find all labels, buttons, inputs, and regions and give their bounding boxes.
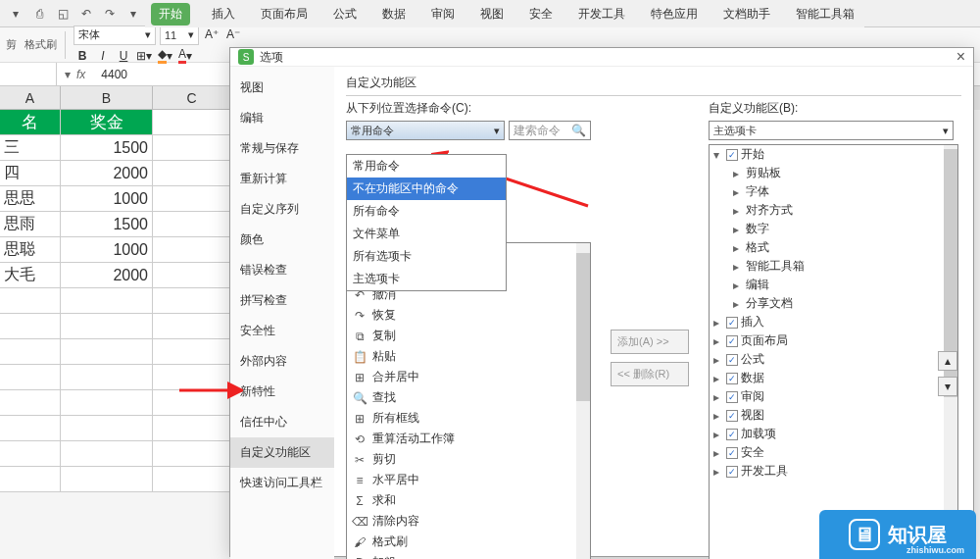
formula-value[interactable]: 4400: [93, 68, 135, 81]
tree-item[interactable]: ▸✓页面布局: [710, 331, 957, 350]
cell[interactable]: 2000: [61, 263, 153, 288]
choose-commands-combo[interactable]: 常用命令▾: [346, 121, 505, 140]
redo-icon[interactable]: ↷: [100, 4, 120, 24]
save-icon[interactable]: ▾: [6, 4, 25, 24]
tree-toggle-icon[interactable]: ▸: [733, 260, 743, 274]
col-header-c[interactable]: C: [153, 86, 231, 110]
sidebar-item[interactable]: 颜色: [230, 225, 334, 255]
sidebar-item[interactable]: 常规与保存: [230, 133, 334, 164]
tree-child-item[interactable]: ▸对齐方式: [710, 201, 957, 220]
checkbox[interactable]: ✓: [726, 447, 738, 459]
dropdown-item[interactable]: 不在功能区中的命令: [347, 178, 506, 200]
cell[interactable]: [153, 339, 231, 365]
cell[interactable]: 1500: [61, 135, 153, 161]
checkbox[interactable]: ✓: [726, 335, 738, 347]
tab-view[interactable]: 视图: [476, 2, 508, 26]
tree-child-item[interactable]: ▸格式: [710, 238, 957, 257]
tree-toggle-icon[interactable]: ▸: [713, 446, 723, 460]
cell[interactable]: [61, 390, 153, 416]
list-item[interactable]: ⊞合并居中▸: [347, 367, 590, 387]
checkbox[interactable]: ✓: [726, 149, 738, 161]
sidebar-item[interactable]: 新特性: [230, 377, 334, 407]
tree-toggle-icon[interactable]: ▸: [733, 241, 743, 255]
cell[interactable]: [153, 467, 231, 492]
tree-toggle-icon[interactable]: ▸: [733, 279, 743, 292]
dropdown-item[interactable]: 所有选项卡: [347, 245, 506, 268]
cell[interactable]: [61, 441, 153, 467]
cell[interactable]: [153, 390, 231, 416]
cell[interactable]: [61, 416, 153, 441]
cell[interactable]: [153, 110, 231, 135]
cell[interactable]: 名: [0, 110, 61, 135]
cell[interactable]: 思雨: [0, 212, 61, 237]
undo-icon[interactable]: ↶: [76, 4, 96, 24]
cell[interactable]: [0, 314, 61, 339]
tab-dochelper[interactable]: 文档助手: [719, 2, 774, 26]
cell[interactable]: 1000: [61, 237, 153, 263]
scrollbar[interactable]: [944, 145, 957, 492]
cell[interactable]: [153, 263, 231, 288]
name-box[interactable]: [0, 63, 57, 85]
cell[interactable]: [61, 467, 153, 492]
tree-item[interactable]: ▸✓审阅: [710, 387, 957, 406]
remove-button[interactable]: << 删除(R): [611, 362, 689, 386]
cell[interactable]: [153, 288, 231, 314]
list-item[interactable]: ≡水平居中▸: [347, 470, 590, 490]
cell[interactable]: [61, 365, 153, 390]
cell[interactable]: [0, 416, 61, 441]
tree-item[interactable]: ▸✓插入: [710, 313, 957, 331]
fill-color-button[interactable]: ◆▾: [156, 47, 173, 65]
cell[interactable]: 1500: [61, 212, 153, 237]
tab-insert[interactable]: 插入: [208, 2, 239, 26]
checkbox[interactable]: ✓: [726, 429, 738, 440]
sidebar-item[interactable]: 快速访问工具栏: [230, 468, 334, 492]
cell[interactable]: 大毛: [0, 263, 61, 288]
underline-button[interactable]: U: [115, 47, 132, 65]
cell[interactable]: 奖金: [61, 110, 153, 135]
cell[interactable]: [0, 288, 61, 314]
cell[interactable]: [153, 161, 231, 186]
tab-formula[interactable]: 公式: [329, 2, 361, 26]
cell[interactable]: 思聪: [0, 237, 61, 263]
sidebar-item[interactable]: 拼写检查: [230, 285, 334, 316]
tree-item[interactable]: ▾✓开始: [710, 145, 957, 164]
sidebar-item[interactable]: 自定义功能区: [230, 437, 334, 468]
close-icon[interactable]: ×: [956, 48, 965, 66]
scrollbar[interactable]: [576, 243, 590, 492]
cell[interactable]: [153, 314, 231, 339]
font-name-combo[interactable]: 宋体▾: [74, 25, 156, 45]
tree-toggle-icon[interactable]: ▸: [713, 372, 723, 385]
list-item[interactable]: ⊞所有框线: [347, 408, 590, 429]
paste-section[interactable]: 剪: [6, 37, 17, 52]
search-commands-input[interactable]: 建索命令 🔍: [509, 121, 591, 140]
chevron-down-icon[interactable]: ▾: [65, 68, 71, 81]
border-button[interactable]: ⊞▾: [135, 47, 153, 65]
tab-security[interactable]: 安全: [525, 2, 557, 26]
tree-toggle-icon[interactable]: ▸: [733, 297, 743, 311]
more-icon[interactable]: ▾: [123, 4, 143, 24]
inc-font-icon[interactable]: A⁺: [203, 25, 220, 43]
tree-toggle-icon[interactable]: ▸: [713, 428, 723, 441]
checkbox[interactable]: ✓: [726, 391, 738, 403]
sidebar-item[interactable]: 安全性: [230, 316, 334, 346]
checkbox[interactable]: ✓: [726, 410, 738, 422]
dropdown-item[interactable]: 主选项卡: [347, 268, 506, 290]
dropdown-item[interactable]: 所有命令: [347, 200, 506, 223]
cell[interactable]: [153, 237, 231, 263]
tree-child-item[interactable]: ▸分享文档: [710, 294, 957, 313]
cell[interactable]: [0, 441, 61, 467]
cell[interactable]: [61, 288, 153, 314]
list-item[interactable]: ↷恢复: [347, 305, 590, 326]
sidebar-item[interactable]: 自定义序列: [230, 194, 334, 225]
col-header-a[interactable]: A: [0, 86, 61, 110]
add-button[interactable]: 添加(A) >>: [611, 330, 689, 354]
font-size-combo[interactable]: 11▾: [160, 25, 199, 45]
cell[interactable]: [153, 365, 231, 390]
format-painter[interactable]: 格式刷: [24, 37, 57, 52]
cell[interactable]: [0, 339, 61, 365]
cell[interactable]: [0, 467, 61, 492]
list-item[interactable]: ✂剪切: [347, 449, 590, 470]
cell[interactable]: [153, 441, 231, 467]
cell[interactable]: [61, 339, 153, 365]
tree-child-item[interactable]: ▸剪贴板: [710, 164, 957, 182]
